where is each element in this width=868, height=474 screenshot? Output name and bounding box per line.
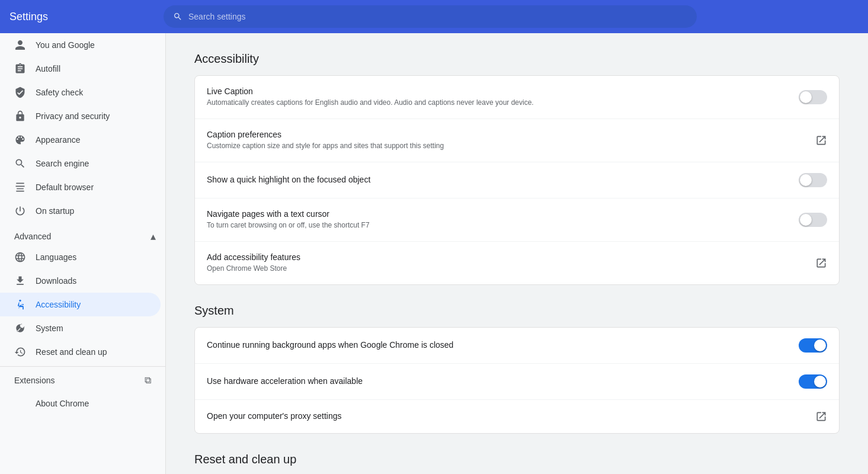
text-cursor-title: Navigate pages with a text cursor	[207, 209, 789, 219]
sidebar-item-you-and-google[interactable]: You and Google	[0, 33, 161, 57]
sidebar-item-autofill[interactable]: Autofill	[0, 57, 161, 81]
content-area: Accessibility Live Caption Automatically…	[166, 33, 868, 474]
sidebar-item-search-engine[interactable]: Search engine	[0, 152, 161, 175]
sidebar-item-about-chrome[interactable]: About Chrome	[0, 392, 161, 415]
accessibility-card: Live Caption Automatically creates capti…	[194, 75, 840, 285]
sidebar-item-default-browser[interactable]: Default browser	[0, 175, 161, 199]
add-accessibility-desc: Open Chrome Web Store	[207, 263, 574, 274]
sidebar-label-downloads: Downloads	[36, 276, 76, 286]
caption-preferences-title: Caption preferences	[207, 130, 806, 139]
sidebar-label-privacy-security: Privacy and security	[36, 111, 110, 121]
quick-highlight-toggle[interactable]	[799, 173, 827, 187]
live-caption-content: Live Caption Automatically creates capti…	[207, 87, 789, 108]
text-cursor-toggle[interactable]	[799, 213, 827, 227]
download-icon	[14, 275, 26, 287]
search-bar[interactable]	[164, 5, 697, 28]
sidebar-item-privacy-security[interactable]: Privacy and security	[0, 104, 161, 128]
text-cursor-desc: To turn caret browsing on or off, use th…	[207, 220, 574, 230]
hardware-acceleration-row: Use hardware acceleration when available	[195, 364, 839, 400]
power-icon	[14, 205, 26, 217]
sidebar-item-system[interactable]: System	[0, 316, 161, 340]
sidebar-label-search-engine: Search engine	[36, 159, 89, 168]
sidebar-label-languages: Languages	[36, 252, 76, 262]
accessibility-icon	[14, 299, 26, 310]
caption-preferences-link[interactable]	[815, 134, 827, 146]
sidebar: You and Google Autofill Safety check Pri…	[0, 33, 166, 474]
search-input[interactable]	[188, 12, 687, 21]
main-layout: You and Google Autofill Safety check Pri…	[0, 33, 868, 474]
hardware-acceleration-title: Use hardware acceleration when available	[207, 376, 789, 386]
add-accessibility-content: Add accessibility features Open Chrome W…	[207, 252, 806, 274]
quick-highlight-content: Show a quick highlight on the focused ob…	[207, 175, 789, 185]
sidebar-label-safety-check: Safety check	[36, 88, 83, 97]
hardware-acceleration-control	[799, 374, 827, 389]
live-caption-title: Live Caption	[207, 87, 789, 96]
live-caption-desc: Automatically creates captions for Engli…	[207, 97, 574, 108]
proxy-settings-control	[815, 411, 827, 422]
sidebar-item-on-startup[interactable]: On startup	[0, 199, 161, 223]
chevron-up-icon: ▴	[150, 230, 156, 243]
sidebar-label-system: System	[36, 324, 63, 333]
sidebar-label-on-startup: On startup	[36, 206, 74, 216]
caption-preferences-desc: Customize caption size and style for app…	[207, 140, 574, 151]
quick-highlight-control	[799, 173, 827, 187]
background-apps-content: Continue running background apps when Go…	[207, 340, 789, 351]
sidebar-label-autofill: Autofill	[36, 64, 60, 73]
sidebar-item-safety-check[interactable]: Safety check	[0, 81, 161, 104]
search-engine-icon	[14, 158, 26, 169]
text-cursor-content: Navigate pages with a text cursor To tur…	[207, 209, 789, 230]
background-apps-control	[799, 338, 827, 353]
proxy-settings-row: Open your computer's proxy settings	[195, 400, 839, 433]
sidebar-label-appearance: Appearance	[36, 135, 81, 145]
live-caption-toggle[interactable]	[799, 90, 827, 104]
header: Settings	[0, 0, 868, 33]
extensions-label: Extensions	[14, 376, 55, 385]
text-cursor-row: Navigate pages with a text cursor To tur…	[195, 198, 839, 242]
caption-preferences-control	[815, 134, 827, 146]
search-icon	[173, 12, 182, 21]
caption-preferences-row: Caption preferences Customize caption si…	[195, 119, 839, 162]
sidebar-item-accessibility[interactable]: Accessibility	[0, 293, 161, 316]
palette-icon	[14, 134, 26, 146]
proxy-settings-link[interactable]	[815, 411, 827, 422]
sidebar-label-reset-cleanup: Reset and clean up	[36, 347, 107, 357]
add-accessibility-title: Add accessibility features	[207, 252, 806, 262]
shield-icon	[14, 87, 26, 98]
history-icon	[14, 346, 26, 358]
sidebar-item-reset-cleanup[interactable]: Reset and clean up	[0, 340, 161, 364]
sidebar-divider	[0, 366, 165, 367]
browser-icon	[14, 181, 26, 193]
sidebar-label-default-browser: Default browser	[36, 182, 94, 192]
system-card: Continue running background apps when Go…	[194, 327, 840, 434]
sidebar-label-you-and-google: You and Google	[36, 40, 95, 50]
sidebar-item-languages[interactable]: Languages	[0, 245, 161, 269]
quick-highlight-title: Show a quick highlight on the focused ob…	[207, 175, 789, 184]
text-cursor-control	[799, 213, 827, 227]
advanced-section-header[interactable]: Advanced ▴	[0, 223, 165, 245]
person-icon	[14, 39, 26, 51]
external-link-icon: ⧉	[145, 375, 151, 386]
add-accessibility-control	[815, 257, 827, 269]
background-apps-title: Continue running background apps when Go…	[207, 340, 789, 350]
svg-point-0	[19, 300, 21, 302]
sidebar-item-downloads[interactable]: Downloads	[0, 269, 161, 293]
reset-section-title: Reset and clean up	[194, 453, 840, 466]
wrench-icon	[14, 322, 26, 334]
sidebar-item-appearance[interactable]: Appearance	[0, 128, 161, 152]
accessibility-section-title: Accessibility	[194, 52, 840, 66]
about-icon	[14, 398, 26, 409]
sidebar-item-extensions[interactable]: Extensions ⧉	[0, 369, 161, 392]
live-caption-row: Live Caption Automatically creates capti…	[195, 76, 839, 119]
background-apps-row: Continue running background apps when Go…	[195, 328, 839, 364]
globe-icon	[14, 251, 26, 263]
hardware-acceleration-toggle[interactable]	[799, 374, 827, 389]
background-apps-toggle[interactable]	[799, 338, 827, 353]
add-accessibility-row: Add accessibility features Open Chrome W…	[195, 242, 839, 284]
add-accessibility-link[interactable]	[815, 257, 827, 269]
live-caption-control	[799, 90, 827, 104]
advanced-label: Advanced	[14, 232, 51, 241]
sidebar-label-about-chrome: About Chrome	[36, 399, 89, 408]
quick-highlight-row: Show a quick highlight on the focused ob…	[195, 162, 839, 198]
caption-preferences-content: Caption preferences Customize caption si…	[207, 130, 806, 151]
system-section-title: System	[194, 304, 840, 318]
